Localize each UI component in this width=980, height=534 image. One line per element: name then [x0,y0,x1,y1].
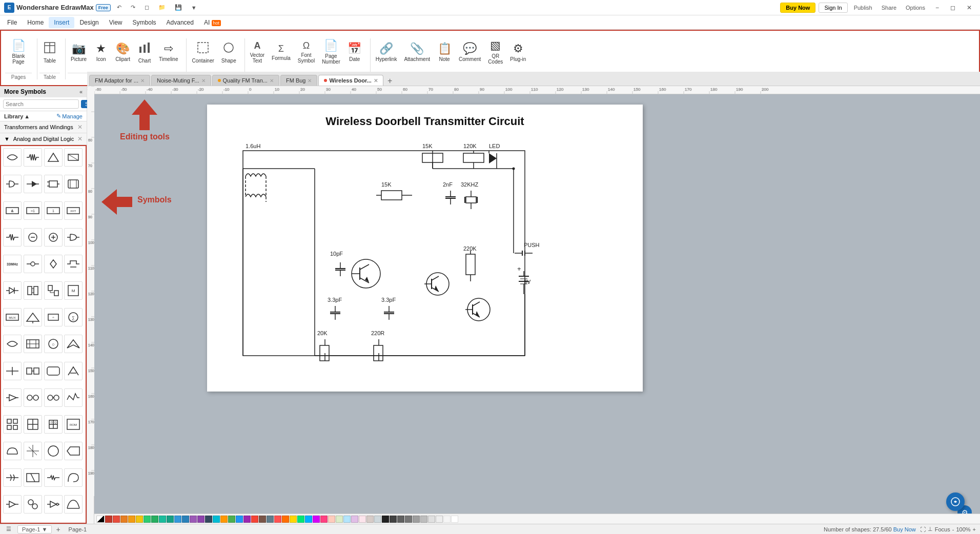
swatch-yellow-accent[interactable] [290,516,297,523]
symbol-33[interactable] [24,362,42,380]
tab-quality-fm[interactable]: Quality FM Tran... ✕ [212,75,279,86]
symbol-50[interactable] [44,468,63,487]
swatch-white[interactable] [451,516,458,523]
swatch-orange-dark[interactable] [120,516,128,523]
symbol-5[interactable] [3,175,22,193]
swatch-red-accent[interactable] [274,516,281,523]
category-analog[interactable]: ▼ Analog and Digital Logic ✕ [0,133,87,145]
symbol-20[interactable] [3,281,22,300]
formula-btn[interactable]: Σ Formula [269,33,294,72]
symbol-34[interactable] [44,362,63,380]
symbol-29[interactable] [24,335,42,353]
symbol-9[interactable]: & [3,201,22,220]
category-transformers[interactable]: Transformers and Windings ✕ [0,121,87,133]
fit-icon[interactable]: ⛶ [920,526,926,532]
menu-view[interactable]: View [104,17,128,28]
toggle-panel-btn[interactable]: ☰ [4,525,13,533]
swatch-light-purple[interactable] [351,516,358,523]
fab-btn[interactable] [946,492,965,511]
sidebar-collapse-btn[interactable]: « [79,89,83,95]
zoom-in-btn[interactable]: + [973,526,976,532]
swatch-cyan[interactable] [213,516,220,523]
swatch-light-green[interactable] [336,516,343,523]
picture-btn[interactable]: 📷 Picture [68,33,90,72]
swatch-purple-dark[interactable] [197,516,205,523]
sign-in-btn[interactable]: Sign In [819,3,847,13]
symbol-45[interactable] [24,442,42,460]
swatch-orange-accent[interactable] [282,516,289,523]
symbol-17[interactable] [24,255,42,273]
swatch-near-black[interactable] [382,516,389,523]
symbol-46[interactable] [44,442,63,460]
swatch-blue-grey[interactable] [267,516,274,523]
share-btn[interactable]: Share [879,4,900,12]
swatch-green-accent[interactable] [297,516,304,523]
date-btn[interactable]: 📅 Date [344,33,365,72]
tab-wireless-door-close[interactable]: ✕ [374,78,378,84]
symbol-14[interactable] [24,228,42,247]
swatch-amber[interactable] [220,516,228,523]
hyperlink-btn[interactable]: 🔗 Hyperlink [373,33,400,72]
swatch-green-dark[interactable] [151,516,158,523]
symbol-3[interactable] [44,148,63,167]
swatch-teal[interactable] [159,516,166,523]
symbol-6[interactable] [24,175,42,193]
symbol-42[interactable]: DQ [44,415,63,434]
swatch-red[interactable] [113,516,120,523]
symbol-44[interactable] [3,442,22,460]
shape-btn[interactable]: Shape [218,33,239,72]
symbol-53[interactable] [24,495,42,514]
symbol-23[interactable]: M [64,281,83,300]
menu-file[interactable]: File [2,17,22,28]
symbol-25[interactable] [24,308,42,326]
swatch-blue-accent[interactable] [305,516,312,523]
symbol-47[interactable] [64,442,83,460]
tab-fm-adaptor-close[interactable]: ✕ [140,78,145,84]
open-btn[interactable]: 📁 [155,3,169,12]
swatch-navy[interactable] [205,516,212,523]
minimize-btn[interactable]: − [931,3,943,12]
clipart-btn[interactable]: 🎨 Clipart [112,33,133,72]
manage-btn[interactable]: ✎ Manage [56,113,83,119]
menu-home[interactable]: Home [22,17,49,28]
symbol-13[interactable] [3,228,22,247]
swatch-purple[interactable] [190,516,197,523]
note-btn[interactable]: 📋 Note [434,33,455,72]
page-number-btn[interactable]: 📄 PageNumber [319,33,343,72]
plugin-btn[interactable]: ⚙ Plug-in [507,33,529,72]
swatch-light-cyan[interactable] [343,516,351,523]
symbol-26[interactable]: ÷ [44,308,63,326]
tab-noise-muting-close[interactable]: ✕ [201,78,206,84]
swatch-purple-accent[interactable] [313,516,320,523]
swatch-grey-600[interactable] [405,516,412,523]
symbol-28[interactable] [3,335,22,353]
zoom-fit-icon[interactable]: ⊥ [928,526,933,532]
symbol-1[interactable] [3,148,22,167]
symbol-32[interactable] [3,362,22,380]
symbol-2[interactable] [24,148,42,167]
zoom-out-btn[interactable]: - [952,526,954,532]
swatch-light-blue-grey[interactable] [374,516,381,523]
swatch-light-blue[interactable] [236,516,243,523]
tab-fm-bug-close[interactable]: ✕ [308,78,312,84]
vector-text-btn[interactable]: A VectorText [247,33,268,72]
tab-fm-bug[interactable]: FM Bug ✕ [280,75,318,86]
more-btn[interactable]: ▼ [188,4,200,12]
symbol-11[interactable]: 1 [44,201,63,220]
symbol-8[interactable] [64,175,83,193]
add-page-btn[interactable]: + [56,525,60,533]
qr-codes-btn[interactable]: ▧ QRCodes [485,33,506,72]
tab-quality-fm-close[interactable]: ✕ [270,78,274,84]
redo-btn[interactable]: ↷ [128,3,138,12]
symbol-19[interactable] [64,255,83,273]
symbol-18[interactable] [44,255,63,273]
symbol-16[interactable] [64,228,83,247]
swatch-grey-400[interactable] [420,516,427,523]
swatch-grey-100[interactable] [443,516,451,523]
tab-fm-adaptor[interactable]: FM Adaptor for ... ✕ [89,75,150,86]
swatch-red2[interactable] [251,516,258,523]
symbol-36[interactable] [3,388,22,407]
swatch-brown[interactable] [259,516,266,523]
symbol-33mhz[interactable]: 33MHz [3,255,22,273]
symbol-21[interactable] [24,281,42,300]
